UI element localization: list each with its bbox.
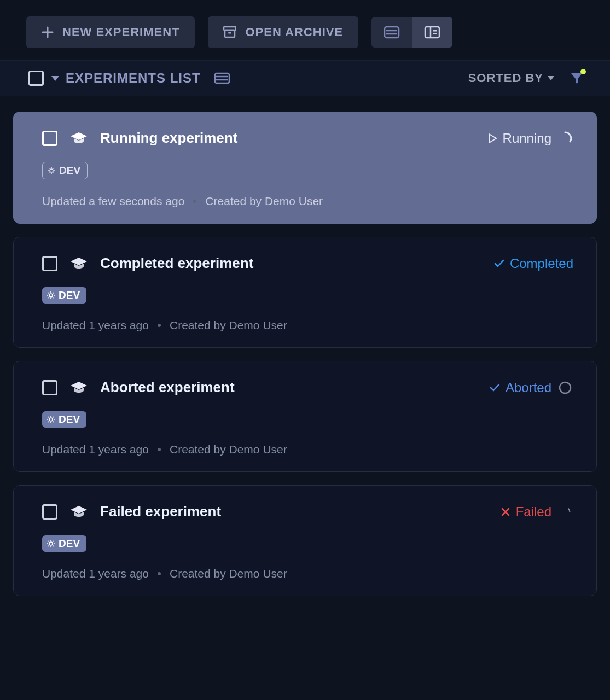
svg-point-17 — [49, 542, 53, 545]
svg-rect-6 — [425, 27, 439, 38]
card-meta: Updated 1 years ago Created by Demo User — [42, 443, 573, 456]
separator-dot — [158, 324, 161, 327]
tag-label: DEV — [59, 538, 80, 550]
card-icon — [424, 26, 440, 39]
plus-icon — [42, 26, 54, 38]
card-meta: Updated 1 years ago Created by Demo User — [42, 319, 573, 332]
new-experiment-button[interactable]: NEW EXPERIMENT — [26, 16, 195, 48]
created-by-text: Created by Demo User — [205, 195, 323, 208]
gear-icon — [47, 415, 55, 424]
open-archive-button[interactable]: OPEN ARCHIVE — [208, 16, 358, 48]
project-tag[interactable]: DEV — [42, 287, 86, 304]
status-badge: Completed — [493, 256, 573, 271]
experiment-card[interactable]: Failed experiment Failed DEV Updated 1 y… — [13, 485, 597, 596]
created-by-text: Created by Demo User — [170, 319, 287, 332]
experiment-title: Failed experiment — [100, 503, 221, 520]
separator-dot — [158, 448, 161, 451]
filter-button[interactable] — [570, 71, 584, 85]
status-label: Completed — [510, 256, 573, 271]
gear-icon — [47, 166, 56, 175]
svg-point-13 — [50, 169, 53, 172]
spinner-icon — [557, 130, 573, 147]
list-title: EXPERIMENTS LIST — [66, 71, 201, 86]
row-checkbox[interactable] — [42, 504, 57, 520]
tag-row: DEV — [42, 411, 573, 428]
experiments-list: Running experiment Running DEV Updated a… — [0, 96, 610, 611]
tag-row: DEV — [42, 162, 573, 179]
row-checkbox[interactable] — [42, 131, 57, 146]
select-all-checkbox[interactable] — [28, 71, 44, 86]
card-head: Running experiment Running — [42, 130, 573, 147]
status-badge: Aborted — [489, 380, 573, 396]
svg-rect-10 — [215, 73, 229, 83]
status-badge: Failed — [501, 504, 573, 520]
experiment-card[interactable]: Completed experiment Completed DEV Updat… — [13, 237, 597, 348]
experiment-title: Completed experiment — [100, 255, 253, 272]
play-icon — [487, 133, 497, 144]
updated-text: Updated 1 years ago — [42, 567, 149, 580]
graduation-cap-icon — [69, 256, 88, 271]
separator-dot — [193, 200, 196, 203]
updated-text: Updated 1 years ago — [42, 319, 149, 332]
card-head: Completed experiment Completed — [42, 255, 573, 272]
sorted-by-label: SORTED BY — [468, 71, 543, 85]
chevron-down-icon — [548, 76, 554, 80]
tag-label: DEV — [59, 289, 80, 301]
project-tag[interactable]: DEV — [42, 411, 86, 428]
svg-rect-8 — [433, 30, 437, 32]
experiment-title: Aborted experiment — [100, 379, 235, 396]
status-label: Failed — [516, 504, 551, 520]
updated-text: Updated 1 years ago — [42, 443, 149, 456]
card-view-button[interactable] — [412, 17, 452, 48]
svg-rect-3 — [385, 27, 399, 38]
status-label: Running — [503, 131, 551, 146]
columns-icon[interactable] — [214, 72, 230, 84]
check-icon — [493, 259, 504, 269]
view-switch — [371, 17, 452, 48]
graduation-cap-icon — [69, 131, 88, 145]
svg-point-14 — [49, 294, 53, 297]
graduation-cap-icon — [69, 381, 88, 395]
experiment-title: Running experiment — [100, 130, 237, 147]
select-menu-caret-icon[interactable] — [51, 76, 59, 81]
filter-active-indicator — [580, 69, 586, 74]
spinner-icon — [557, 504, 573, 520]
gear-icon — [47, 539, 55, 548]
created-by-text: Created by Demo User — [170, 567, 287, 580]
tag-row: DEV — [42, 287, 573, 304]
row-checkbox[interactable] — [42, 256, 57, 271]
archive-icon — [223, 26, 236, 38]
card-meta: Updated 1 years ago Created by Demo User — [42, 567, 573, 580]
row-checkbox[interactable] — [42, 380, 57, 395]
circle-icon — [557, 380, 573, 396]
card-head: Failed experiment Failed — [42, 503, 573, 520]
list-view-button[interactable] — [371, 17, 412, 48]
experiment-card[interactable]: Running experiment Running DEV Updated a… — [13, 112, 597, 224]
open-archive-label: OPEN ARCHIVE — [245, 25, 343, 39]
svg-rect-2 — [228, 32, 231, 34]
status-badge: Running — [487, 130, 573, 147]
project-tag[interactable]: DEV — [42, 535, 86, 552]
separator-dot — [158, 572, 161, 575]
svg-point-15 — [560, 382, 571, 393]
graduation-cap-icon — [69, 505, 88, 519]
gear-icon — [47, 291, 55, 300]
updated-text: Updated a few seconds ago — [42, 195, 184, 208]
svg-rect-9 — [433, 33, 437, 34]
x-icon — [501, 507, 510, 517]
toolbar: NEW EXPERIMENT OPEN ARCHIVE — [0, 0, 610, 60]
list-header: EXPERIMENTS LIST SORTED BY — [0, 60, 610, 96]
project-tag[interactable]: DEV — [42, 162, 88, 179]
card-meta: Updated a few seconds ago Created by Dem… — [42, 195, 573, 208]
experiment-card[interactable]: Aborted experiment Aborted DEV Updated 1… — [13, 361, 597, 472]
tag-label: DEV — [59, 413, 80, 425]
status-label: Aborted — [506, 380, 551, 395]
tag-row: DEV — [42, 535, 573, 552]
created-by-text: Created by Demo User — [170, 443, 287, 456]
sort-button[interactable]: SORTED BY — [468, 71, 554, 85]
card-head: Aborted experiment Aborted — [42, 379, 573, 396]
new-experiment-label: NEW EXPERIMENT — [62, 25, 179, 39]
list-icon — [384, 26, 400, 39]
tag-label: DEV — [59, 165, 80, 177]
check-icon — [489, 383, 500, 393]
